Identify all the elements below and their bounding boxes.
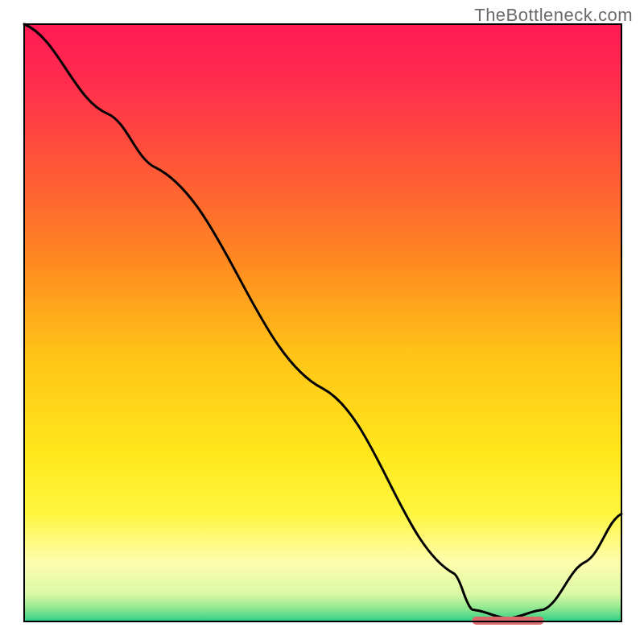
bottleneck-chart: [0, 0, 644, 644]
chart-stage: TheBottleneck.com: [0, 0, 644, 644]
watermark-text: TheBottleneck.com: [474, 5, 633, 26]
gradient-background: [24, 24, 621, 621]
